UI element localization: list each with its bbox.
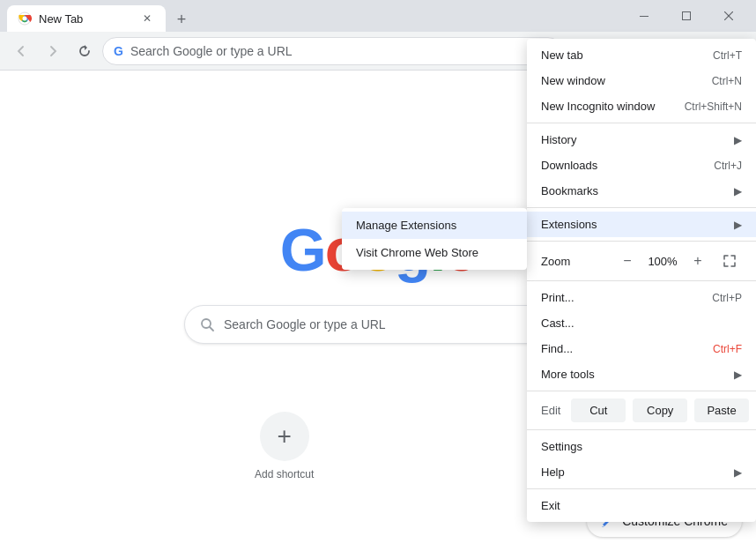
menu-help[interactable]: Help ▶ bbox=[527, 459, 756, 485]
svg-rect-3 bbox=[640, 16, 649, 17]
menu-divider-2 bbox=[527, 207, 756, 208]
active-tab[interactable]: New Tab ✕ bbox=[7, 5, 166, 32]
menu-edit-row: Edit Cut Copy Paste bbox=[527, 395, 756, 426]
tab-title: New Tab bbox=[39, 12, 132, 26]
close-button[interactable] bbox=[708, 0, 749, 32]
back-button[interactable] bbox=[7, 37, 35, 65]
menu-bookmarks[interactable]: Bookmarks ▶ bbox=[527, 178, 756, 204]
search-placeholder-text: Search Google or type a URL bbox=[224, 317, 386, 331]
window-controls bbox=[624, 0, 749, 32]
extensions-submenu: Manage Extensions Visit Chrome Web Store bbox=[342, 208, 527, 270]
menu-history[interactable]: History ▶ bbox=[527, 127, 756, 153]
add-shortcut-circle: + bbox=[260, 412, 309, 461]
submenu-manage-extensions[interactable]: Manage Extensions bbox=[342, 212, 527, 239]
menu-settings[interactable]: Settings bbox=[527, 434, 756, 459]
search-bar[interactable]: Search Google or type a URL bbox=[184, 305, 572, 344]
menu-new-window[interactable]: New window Ctrl+N bbox=[527, 68, 756, 93]
menu-divider-7 bbox=[527, 488, 756, 489]
zoom-in-button[interactable]: + bbox=[686, 249, 710, 273]
search-icon bbox=[199, 316, 215, 332]
menu-divider-5 bbox=[527, 391, 756, 391]
menu-new-tab[interactable]: New tab Ctrl+T bbox=[527, 42, 756, 68]
svg-point-2 bbox=[23, 17, 27, 21]
menu-zoom-row: Zoom − 100% + bbox=[527, 245, 756, 277]
cut-button[interactable]: Cut bbox=[571, 398, 626, 422]
add-shortcut-label: Add shortcut bbox=[255, 468, 314, 480]
svg-line-18 bbox=[210, 327, 213, 331]
copy-button[interactable]: Copy bbox=[633, 398, 687, 422]
tab-strip: New Tab ✕ + bbox=[7, 0, 620, 32]
forward-button[interactable] bbox=[39, 37, 67, 65]
zoom-out-button[interactable]: − bbox=[615, 249, 640, 273]
chrome-menu: New tab Ctrl+T New window Ctrl+N New Inc… bbox=[527, 39, 756, 522]
edit-label: Edit bbox=[534, 404, 567, 417]
menu-divider-4 bbox=[527, 280, 756, 281]
menu-extensions[interactable]: Extensions ▶ bbox=[527, 212, 756, 237]
menu-divider-1 bbox=[527, 123, 756, 123]
reload-button[interactable] bbox=[70, 37, 99, 65]
menu-more-tools[interactable]: More tools ▶ bbox=[527, 361, 756, 387]
omnibox-text: Search Google or type a URL bbox=[130, 44, 551, 58]
menu-incognito[interactable]: New Incognito window Ctrl+Shift+N bbox=[527, 93, 756, 119]
toolbar: G Search Google or type a URL S New tab … bbox=[0, 32, 756, 71]
menu-find[interactable]: Find... Ctrl+F bbox=[527, 336, 756, 361]
new-tab-button[interactable]: + bbox=[169, 7, 194, 32]
minimize-button[interactable] bbox=[624, 0, 664, 32]
chrome-favicon bbox=[18, 11, 32, 26]
omnibox[interactable]: G Search Google or type a URL bbox=[102, 37, 562, 65]
menu-cast[interactable]: Cast... bbox=[527, 310, 756, 336]
tab-close-btn[interactable]: ✕ bbox=[139, 11, 155, 26]
submenu-chrome-web-store[interactable]: Visit Chrome Web Store bbox=[342, 239, 527, 266]
menu-exit[interactable]: Exit bbox=[527, 493, 756, 518]
menu-divider-6 bbox=[527, 429, 756, 430]
menu-divider-3 bbox=[527, 241, 756, 242]
menu-print[interactable]: Print... Ctrl+P bbox=[527, 285, 756, 310]
title-bar: New Tab ✕ + bbox=[0, 0, 756, 32]
svg-rect-4 bbox=[683, 12, 691, 20]
fullscreen-button[interactable] bbox=[717, 249, 742, 273]
add-shortcut-button[interactable]: + Add shortcut bbox=[255, 412, 314, 480]
paste-button[interactable]: Paste bbox=[694, 398, 749, 422]
restore-button[interactable] bbox=[666, 0, 707, 32]
menu-downloads[interactable]: Downloads Ctrl+J bbox=[527, 153, 756, 178]
zoom-level: 100% bbox=[647, 255, 678, 268]
google-g-icon: G bbox=[114, 44, 123, 58]
